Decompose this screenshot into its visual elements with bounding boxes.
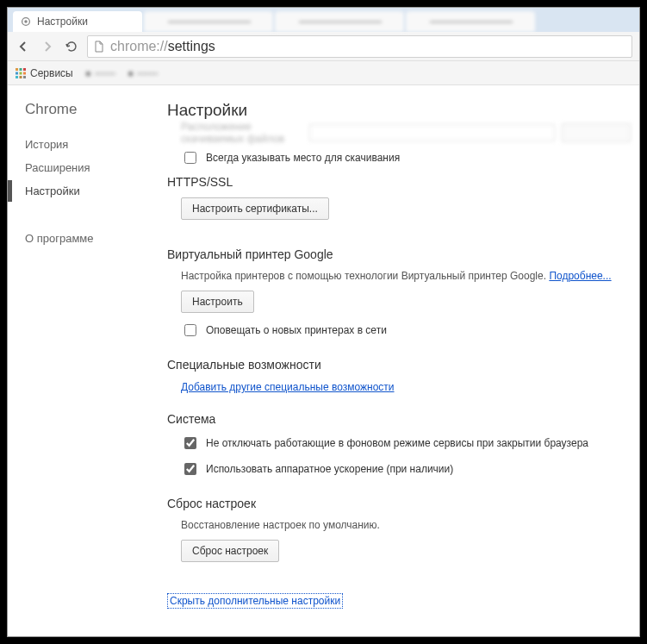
section-system: Система Не отключать работающие в фоново… <box>167 412 631 478</box>
tab-title: Настройки <box>37 16 135 28</box>
section-reset: Сброс настроек Восстановление настроек п… <box>167 497 631 571</box>
tab-other-3[interactable]: ———————— <box>406 11 535 32</box>
apps-icon <box>15 67 27 79</box>
downloads-path-input[interactable] <box>309 124 555 141</box>
cloud-print-notify-row[interactable]: Оповещать о новых принтерах в сети <box>181 322 631 339</box>
svg-rect-8 <box>16 76 18 78</box>
system-hwaccel-label: Использовать аппаратное ускорение (при н… <box>206 463 453 475</box>
cloud-print-desc: Настройка принтеров с помощью технологии… <box>181 270 631 282</box>
svg-rect-2 <box>16 68 18 71</box>
section-https: HTTPS/SSL Настроить сертификаты... <box>167 175 631 228</box>
cloud-print-notify-label: Оповещать о новых принтерах в сети <box>206 324 387 336</box>
reset-desc: Восстановление настроек по умолчанию. <box>181 519 631 531</box>
section-heading: Сброс настроек <box>167 497 631 510</box>
cloud-print-configure-button[interactable]: Настроить <box>181 291 254 313</box>
url-host: chrome:// <box>110 39 168 53</box>
url-text: chrome://settings <box>110 39 215 54</box>
svg-point-1 <box>24 20 28 23</box>
downloads-path-label: Расположение скачиваемых файлов <box>181 121 302 145</box>
settings-sidebar: Chrome История Расширения Настройки О пр… <box>8 85 150 636</box>
system-hwaccel-row[interactable]: Использовать аппаратное ускорение (при н… <box>181 460 631 478</box>
tab-settings[interactable]: Настройки <box>13 11 142 32</box>
downloads-always-ask-row[interactable]: Всегда указывать место для скачивания <box>167 149 631 166</box>
accessibility-add-link[interactable]: Добавить другие специальные возможности <box>181 381 395 393</box>
system-hwaccel-checkbox[interactable] <box>184 463 196 475</box>
hide-advanced-link[interactable]: Скрыть дополнительные настройки <box>167 593 343 609</box>
section-heading: Система <box>167 412 631 426</box>
svg-rect-10 <box>23 76 26 78</box>
tab-other-2[interactable]: ———————— <box>275 11 404 32</box>
toolbar: chrome://settings <box>8 32 639 61</box>
sidebar-item-about[interactable]: О программе <box>25 228 150 249</box>
sidebar-item-settings[interactable]: Настройки <box>25 180 150 202</box>
section-heading: Виртуальный принтер Google <box>167 247 631 261</box>
sidebar-item-history[interactable]: История <box>25 134 150 155</box>
system-background-label: Не отключать работающие в фоновом режиме… <box>206 437 588 449</box>
svg-rect-5 <box>16 72 18 74</box>
cloud-print-notify-checkbox[interactable] <box>184 324 196 336</box>
system-background-row[interactable]: Не отключать работающие в фоновом режиме… <box>181 435 631 452</box>
back-button[interactable] <box>15 38 32 55</box>
section-cloud-print: Виртуальный принтер Google Настройка при… <box>167 247 631 339</box>
forward-button[interactable] <box>39 38 56 55</box>
settings-main: Настройки Расположение скачиваемых файло… <box>150 85 639 636</box>
section-heading: HTTPS/SSL <box>167 175 631 189</box>
apps-label: Сервисы <box>30 67 73 79</box>
content-area: Chrome История Расширения Настройки О пр… <box>8 85 639 636</box>
sidebar-title: Chrome <box>25 101 150 118</box>
address-bar[interactable]: chrome://settings <box>87 35 632 58</box>
gear-icon <box>20 16 32 28</box>
bookmark-item[interactable]: ●—— <box>85 67 115 79</box>
section-heading: Специальные возможности <box>167 358 631 372</box>
url-path: settings <box>168 39 215 53</box>
tab-other-1[interactable]: ———————— <box>144 11 273 32</box>
cloud-print-learn-more-link[interactable]: Подробнее... <box>549 270 611 282</box>
svg-rect-9 <box>20 76 22 78</box>
reset-button[interactable]: Сброс настроек <box>181 540 279 562</box>
svg-rect-6 <box>20 72 22 74</box>
apps-shortcut[interactable]: Сервисы <box>15 67 73 79</box>
system-background-checkbox[interactable] <box>184 437 196 449</box>
browser-window: Настройки ———————— ———————— ———————— chr… <box>7 7 640 637</box>
downloads-always-ask-label: Всегда указывать место для скачивания <box>206 152 400 164</box>
configure-certificates-button[interactable]: Настроить сертификаты... <box>181 197 329 220</box>
downloads-path-row: Расположение скачиваемых файлов <box>167 123 631 142</box>
reload-button[interactable] <box>63 38 80 55</box>
bookmarks-bar: Сервисы ●—— ●—— <box>8 61 639 85</box>
section-accessibility: Специальные возможности Добавить другие … <box>167 358 631 393</box>
bookmark-item[interactable]: ●—— <box>128 67 158 79</box>
svg-rect-3 <box>20 68 22 71</box>
tab-strip: Настройки ———————— ———————— ———————— <box>8 8 639 32</box>
file-icon <box>93 41 105 53</box>
sidebar-item-extensions[interactable]: Расширения <box>25 157 150 178</box>
downloads-always-ask-checkbox[interactable] <box>184 152 196 164</box>
svg-rect-7 <box>23 72 26 74</box>
downloads-path-change-button[interactable] <box>562 123 631 142</box>
page-title: Настройки <box>167 101 631 120</box>
svg-rect-4 <box>23 68 26 71</box>
